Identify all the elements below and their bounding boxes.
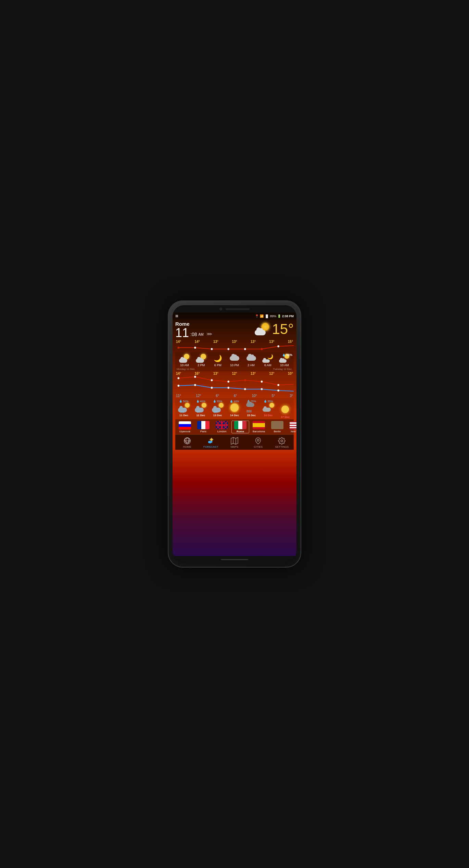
nav-maps-label: MAPS: [231, 445, 239, 448]
hourly-item-2pm: 2 PM: [193, 354, 209, 367]
rain-pct-11dec: 💧 50%: [179, 400, 188, 403]
nav-forecast[interactable]: FORECAST: [202, 437, 220, 448]
nav-settings[interactable]: SETTINGS: [273, 437, 291, 448]
city-rome[interactable]: Rome: [231, 421, 249, 433]
low-temp-row: 11° 12° 6° 6° 10° 5° 3°: [175, 394, 294, 398]
rain-pct-14dec: 💧 10%: [230, 400, 239, 403]
city-barcelona[interactable]: Barcelona: [250, 421, 268, 433]
svg-point-30: [210, 441, 212, 443]
cloud: [179, 359, 187, 363]
svg-point-16: [211, 387, 213, 389]
nav-maps[interactable]: MAPS: [226, 437, 243, 448]
rl8: [216, 411, 216, 413]
flag-italy: [234, 421, 246, 429]
flag-spain: [253, 421, 265, 429]
bottom-nav: HOME: [175, 435, 294, 450]
signal-bars: ▐▌: [265, 314, 269, 318]
city-label-paris: Paris: [200, 430, 206, 433]
phone-top-bar: [173, 305, 296, 313]
settings-icon: [278, 437, 286, 445]
maps-icon: [231, 437, 238, 445]
weather-content: Rome 11 :08 AM ⋙: [173, 320, 296, 450]
screen: 🖼 📍 📶 ▐▌ 89% 🔋 2:08 PM Rome: [173, 313, 296, 556]
share-icon[interactable]: ⋙: [206, 332, 212, 336]
cb1: [179, 406, 183, 409]
time-hour: 11: [175, 327, 189, 339]
monday-label: Monday 11 Dec.: [177, 368, 195, 371]
svg-point-24: [210, 438, 213, 441]
daily-17dec: 17 Dec: [277, 400, 293, 419]
sun-17: [281, 406, 289, 413]
rh1: [247, 410, 247, 412]
icon-sun-cloud-2: [196, 354, 207, 363]
daily-11dec: 💧 50%: [176, 400, 192, 417]
daily-14dec: 💧 10% 14 Dec: [227, 400, 242, 417]
battery-icon: 🔋: [277, 314, 281, 318]
rl9: [217, 411, 217, 413]
city-label-ulyanovsk: Ulyanovsk: [179, 430, 190, 433]
home-icon: [183, 437, 191, 445]
status-time: 2:08 PM: [282, 314, 294, 318]
nav-settings-label: SETTINGS: [275, 445, 289, 448]
wifi-icon: 📶: [260, 314, 264, 318]
icon-11dec: [178, 403, 190, 412]
location-icon: 📍: [255, 314, 259, 318]
cloud-bump2: [182, 358, 185, 360]
cloud-16: [263, 408, 271, 412]
nav-home-label: HOME: [183, 445, 191, 448]
svg-point-31: [208, 441, 210, 443]
sun-d3: [219, 403, 224, 408]
rl5: [199, 411, 199, 413]
hourly-item-10am: 10 AM: [177, 354, 192, 367]
rh3: [249, 410, 249, 412]
city-newyork[interactable]: New York: [287, 421, 296, 433]
cb3: [213, 406, 217, 409]
high-temp-graph: [175, 344, 294, 351]
rain-heavy: [247, 410, 251, 412]
rl2: [182, 411, 182, 413]
cloud-b4: [251, 355, 254, 358]
flag-russia: [179, 421, 191, 430]
nav-home[interactable]: HOME: [178, 437, 196, 448]
city-london[interactable]: London: [213, 421, 231, 433]
current-weather-icon: [255, 322, 270, 336]
date-12dec: 12 Dec: [196, 414, 205, 417]
city-ulyanovsk[interactable]: Ulyanovsk: [176, 421, 194, 433]
flag-berlin: [271, 421, 283, 429]
city-list-row: Ulyanovsk Paris London: [175, 419, 294, 435]
hourly-item-6pm: 🌙 6 PM: [210, 354, 226, 367]
camera: [219, 308, 222, 310]
cloud-b2: [234, 355, 237, 358]
home-indicator: [221, 559, 248, 560]
cities-icon: [254, 437, 262, 445]
icon-cloud-2am: [246, 354, 257, 363]
dual-graph-svg: [175, 375, 294, 393]
city-label-newyork: New York: [291, 430, 296, 433]
city-paris[interactable]: Paris: [194, 421, 212, 433]
svg-point-1: [194, 347, 196, 349]
dual-temp-graph: 14° 16° 13° 12° 13° 12° 10°: [175, 372, 294, 398]
svg-point-17: [227, 387, 229, 389]
icon-cloud: [229, 354, 240, 363]
svg-point-18: [244, 388, 246, 390]
daily-15dec: 💧 75%: [243, 400, 259, 417]
rl4: [198, 411, 198, 413]
rain-pct-12dec: 💧 40%: [196, 400, 205, 403]
cloud-small: [262, 359, 270, 363]
nav-cities[interactable]: CITIES: [249, 437, 267, 448]
hourly-item-2am: 2 AM: [243, 354, 259, 367]
rh4: [250, 410, 250, 412]
speaker: [226, 308, 250, 310]
city-berlin[interactable]: Berlin: [268, 421, 286, 433]
nav-cities-label: CITIES: [254, 445, 263, 448]
svg-point-7: [178, 377, 180, 379]
cloud-bump2: [199, 358, 202, 360]
rh5: [251, 410, 251, 412]
rain-chance-label: 💧 15%: [282, 353, 292, 357]
current-temperature: 15°: [272, 321, 294, 337]
tuesday-label: Tuesday 12 Dec.: [273, 368, 292, 371]
city-label-berlin: Berlin: [274, 430, 281, 433]
cloud: [196, 359, 204, 363]
daily-12dec: 💧 40% 12: [193, 400, 208, 417]
current-temp-row: 15°: [255, 321, 294, 337]
